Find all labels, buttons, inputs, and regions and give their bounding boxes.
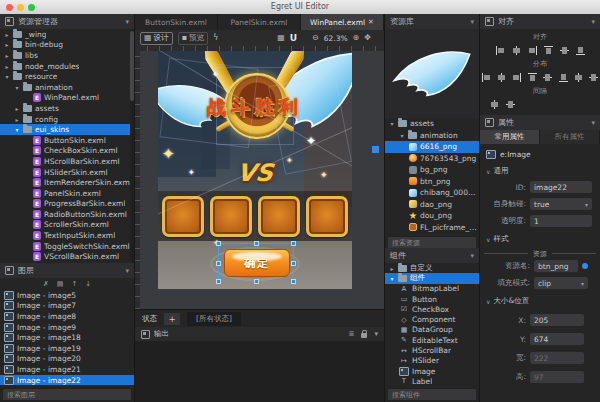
panel-divider[interactable] (134, 14, 135, 402)
component-item-editabletext[interactable]: ✎EditableText (385, 335, 479, 345)
selection-handle[interactable] (254, 279, 259, 284)
resource-item-flpicframe-png[interactable]: FL_picframe_png (385, 222, 479, 234)
selection-handle[interactable] (216, 279, 221, 284)
fill-mode-select[interactable]: clip▾ (534, 277, 588, 289)
align-bottom-button[interactable] (574, 44, 587, 56)
layers-search-input[interactable]: 搜索图层 (2, 388, 132, 401)
zoom-out-icon[interactable]: ⊖ (312, 34, 319, 42)
tree-item-resource[interactable]: ▾resource (0, 71, 134, 82)
tree-item-animation[interactable]: ▾animation (0, 82, 134, 93)
selection-handle[interactable] (254, 241, 259, 246)
component-item-checkbox[interactable]: ☑CheckBox (385, 304, 479, 314)
library-header[interactable]: 资源库 ▾ (385, 14, 479, 29)
chevron-down-icon[interactable]: ▾ (470, 18, 474, 26)
components-header[interactable]: 组件 ▾ (385, 248, 479, 263)
layer-item[interactable]: Image - image7 (0, 301, 134, 312)
layer-item[interactable]: Image - image20 (0, 354, 134, 365)
tree-item-panelskin-exml[interactable]: EPanelSkin.exml (0, 188, 134, 199)
chevron-down-icon[interactable]: ▾ (125, 267, 129, 275)
stage-canvas[interactable]: 战斗胜利 ✦ ✦ ✦ ✦ ✦ ✦ VS (158, 51, 352, 289)
reward-slot[interactable] (210, 196, 252, 237)
id-field[interactable]: image22 (530, 181, 592, 193)
align-right-button[interactable] (526, 44, 539, 56)
spacing-horizontal-button[interactable] (488, 98, 501, 110)
resource-item-bg-png[interactable]: bg_png (385, 164, 479, 176)
tree-item-hscrollbarskin-exml[interactable]: EHScrollBarSkin.exml (0, 156, 134, 167)
component-item-label[interactable]: TLabel (385, 376, 479, 386)
selection-handle[interactable] (291, 241, 296, 246)
tree-item-toggleswitchskin-exml[interactable]: EToggleSwitchSkin.exml (0, 241, 134, 252)
component-group-custom[interactable]: ▸自定义 (385, 263, 479, 273)
properties-header[interactable]: 属性 ▾ (480, 115, 600, 130)
resource-item-chibang-png[interactable]: chibang_00001_png (385, 187, 479, 199)
resource-item-6616-png[interactable]: 6616_png (385, 141, 479, 153)
spacing-vertical-button[interactable] (504, 98, 517, 110)
design-mode-button[interactable]: ▦设计 (140, 32, 173, 45)
align-h-center-button[interactable] (510, 44, 523, 56)
component-item-hslider[interactable]: ↦HSlider (385, 356, 479, 366)
chevron-down-icon[interactable]: ▾ (125, 18, 129, 26)
preview-mode-button[interactable]: ▪预览 (178, 32, 208, 45)
all-states-tab[interactable]: [所有状态] (187, 312, 241, 326)
layer-item[interactable]: Image - image9 (0, 322, 134, 333)
resource-item-animation[interactable]: ▾animation (385, 130, 479, 142)
general-section-toggle[interactable]: ∨通用 (486, 166, 600, 176)
layer-item[interactable]: Image - image5 (0, 290, 134, 301)
panel-divider[interactable] (479, 14, 480, 402)
reward-slot[interactable] (306, 196, 348, 237)
resource-item-dao-png[interactable]: dao_png (385, 199, 479, 211)
layer-item[interactable]: Image - image8 (0, 311, 134, 322)
tree-item-config[interactable]: ▸config (0, 114, 134, 125)
tab-panelskin[interactable]: PanelSkin.exml (218, 14, 301, 30)
collapse-output-icon[interactable]: ▾ (374, 330, 378, 338)
tab-common-properties[interactable]: 常用属性 (480, 130, 540, 144)
x-field[interactable]: 205 (530, 314, 584, 326)
resource-name-field[interactable]: btn_png (534, 260, 578, 272)
grid-icon[interactable]: ▦ (277, 34, 285, 42)
tree-item-winpanel-exml[interactable]: EWinPanel.exml (0, 93, 134, 104)
confirm-button[interactable]: 确定 (224, 249, 290, 277)
components-search-input[interactable]: 搜索组件 (387, 388, 477, 401)
style-section-toggle[interactable]: ∨样式 (486, 234, 600, 244)
resource-item-btn-png[interactable]: btn_png (385, 176, 479, 188)
tree-item-scrollerskin-exml[interactable]: EScrollerSkin.exml (0, 220, 134, 231)
distribute-v-center-button[interactable] (542, 71, 554, 83)
distribute-v-space-button[interactable] (588, 71, 600, 83)
component-item-datagroup[interactable]: ▦DataGroup (385, 325, 479, 335)
distribute-h-center-button[interactable] (495, 71, 507, 83)
alpha-field[interactable]: 1 (530, 215, 592, 227)
output-header[interactable]: 输出 ≣ ▾ (135, 327, 384, 341)
chevron-down-icon[interactable]: ▾ (591, 119, 595, 127)
distribute-h-space-button[interactable] (572, 71, 584, 83)
component-item-image[interactable]: Image (385, 366, 479, 376)
add-state-button[interactable]: + (164, 313, 180, 325)
lock-scroll-icon[interactable] (361, 333, 367, 338)
output-console[interactable] (135, 341, 384, 402)
panel-divider[interactable] (384, 14, 385, 402)
tree-item-buttonskin-exml[interactable]: EButtonSkin.exml (0, 135, 134, 146)
y-field[interactable]: 674 (530, 333, 584, 345)
component-group-components[interactable]: ▾组件 (385, 273, 479, 283)
tree-item-textinputskin-exml[interactable]: ETextInputSkin.exml (0, 230, 134, 241)
tab-all-properties[interactable]: 所有属性 (540, 130, 600, 144)
resource-item-assets[interactable]: ▾assets (385, 118, 479, 130)
component-item-button[interactable]: ▭Button (385, 294, 479, 304)
close-tab-icon[interactable]: ✕ (368, 18, 374, 26)
explorer-header[interactable]: 资源管理器 ▾ (0, 14, 134, 29)
pan-tool-icon[interactable]: ✥ (364, 34, 371, 42)
size-section-toggle[interactable]: ∨大小&位置 (486, 296, 600, 306)
tab-winpanel[interactable]: WinPanel.exml✕ (301, 14, 384, 30)
design-canvas[interactable]: 战斗胜利 ✦ ✦ ✦ ✦ ✦ ✦ VS (135, 46, 384, 309)
layer-item[interactable]: Image - image18 (0, 332, 134, 343)
selection-handle[interactable] (291, 279, 296, 284)
distribute-top-button[interactable] (526, 71, 538, 83)
height-field[interactable]: 97 (530, 371, 584, 383)
tree-item-bin-debug[interactable]: ▸bin-debug (0, 40, 134, 51)
clear-output-icon[interactable]: ≣ (349, 330, 355, 338)
align-top-button[interactable] (542, 44, 555, 56)
duplicate-layer-icon[interactable]: ▤ (57, 280, 64, 288)
distribute-left-button[interactable] (480, 71, 492, 83)
tree-item-vscrollbarskin-exml[interactable]: EVScrollBarSkin.exml (0, 251, 134, 262)
delete-layer-icon[interactable]: ✗ (43, 280, 49, 288)
tree-item-libs[interactable]: ▸libs (0, 50, 134, 61)
